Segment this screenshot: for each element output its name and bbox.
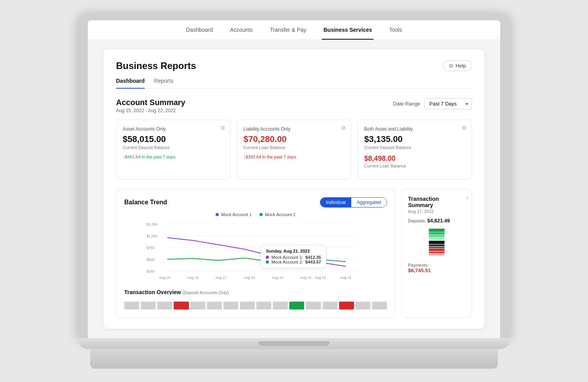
svg-rect-20 [429, 235, 445, 237]
nav-item-dashboard[interactable]: Dashboard [184, 20, 214, 40]
laptop-base [78, 338, 510, 349]
gear-icon-both[interactable]: ⚙ [462, 125, 467, 131]
both-card-title: Both Asset and Liability [364, 126, 465, 132]
bar-9 [256, 302, 271, 309]
summary-date: Aug 15, 2022 - Aug 22, 2022 [116, 108, 185, 113]
main-card: Business Reports ⊙ Help Dashboard Report… [103, 49, 485, 329]
svg-text:Aug 21: Aug 21 [315, 276, 326, 280]
bar-10 [273, 302, 288, 309]
ts-chevron-icon[interactable]: › [466, 194, 468, 201]
asset-amount: $58,015.00 [123, 134, 224, 144]
svg-text:Aug 15: Aug 15 [159, 276, 171, 280]
gear-icon-liability[interactable]: ⚙ [341, 125, 346, 131]
bar-1 [124, 302, 139, 309]
ts-payments-label: Payments: [408, 263, 465, 267]
card-header: Business Reports ⊙ Help [116, 60, 472, 71]
two-col-layout: Balance Trend Individual Aggregated Mock… [116, 189, 472, 318]
date-range-wrapper: Date Range Past 7 Days Past 30 Days Past… [393, 98, 472, 109]
help-icon: ⊙ [449, 63, 453, 69]
svg-text:$750: $750 [147, 246, 154, 250]
summary-card-asset: ⚙ Asset Accounts Only $58,015.00 Current… [116, 120, 230, 180]
svg-rect-25 [429, 247, 445, 248]
transaction-bar-row [124, 298, 387, 309]
summary-header: Account Summary Aug 15, 2022 - Aug 22, 2… [116, 98, 472, 113]
toggle-aggregated[interactable]: Aggregated [351, 198, 387, 207]
svg-rect-23 [429, 241, 445, 244]
balance-trend-card: Balance Trend Individual Aggregated Mock… [116, 189, 395, 318]
laptop-keyboard [90, 349, 498, 369]
svg-rect-26 [429, 249, 445, 251]
legend-dot-mock1 [216, 213, 219, 216]
nav-item-tools[interactable]: Tools [388, 20, 404, 40]
svg-text:Aug 19: Aug 19 [272, 276, 283, 280]
bar-13 [323, 302, 338, 309]
bar-2 [141, 302, 156, 309]
both-loan-label: Current Loan Balance [364, 164, 465, 168]
bar-5 [191, 302, 205, 309]
nav-items: Dashboard Accounts Transfer & Pay Busine… [184, 20, 403, 40]
summary-cards: ⚙ Asset Accounts Only $58,015.00 Current… [116, 120, 472, 180]
gear-icon-asset[interactable]: ⚙ [220, 125, 225, 131]
legend-mock1: Mock Account 1 [216, 212, 252, 217]
svg-rect-28 [429, 254, 445, 255]
svg-rect-27 [429, 251, 445, 253]
laptop-shell: Dashboard Accounts Transfer & Pay Busine… [78, 13, 510, 369]
svg-rect-24 [429, 244, 445, 246]
bar-11 [289, 302, 304, 309]
svg-text:Aug 16: Aug 16 [187, 276, 199, 280]
legend-label-mock1: Mock Account 1 [221, 212, 252, 217]
page-title: Business Reports [116, 60, 196, 71]
svg-text:Aug 18: Aug 18 [244, 276, 255, 280]
bar-3 [157, 302, 172, 309]
ts-title: Transaction Summary [408, 196, 465, 208]
summary-title: Account Summary [116, 98, 185, 107]
both-loan-amount: $8,498.00 [364, 155, 465, 163]
dot-mock2-aug21 [319, 258, 322, 261]
screen-bezel: Dashboard Accounts Transfer & Pay Busine… [78, 13, 510, 338]
date-range-label: Date Range [393, 101, 420, 107]
transaction-overview: Transaction Overview (Deposit Accounts O… [124, 289, 387, 309]
asset-card-title: Asset Accounts Only [123, 126, 224, 132]
svg-text:$1,250: $1,250 [147, 222, 158, 226]
bar-14 [339, 302, 354, 309]
ts-payments-value: $6,745.51 [408, 267, 465, 273]
nav-item-transfer-pay[interactable]: Transfer & Pay [268, 20, 308, 40]
ts-date: Aug 17, 2022 [408, 209, 465, 214]
help-button[interactable]: ⊙ Help [443, 60, 472, 71]
svg-text:$250: $250 [147, 269, 154, 273]
svg-text:$500: $500 [147, 258, 154, 262]
bar-4 [174, 302, 189, 309]
tab-reports[interactable]: Reports [154, 78, 173, 89]
liability-card-title: Liability Accounts Only [243, 126, 345, 132]
nav-item-accounts[interactable]: Accounts [229, 20, 254, 40]
svg-text:Aug 17: Aug 17 [216, 276, 227, 280]
bar-8 [240, 302, 255, 309]
liability-amount: $70,280.00 [243, 134, 345, 144]
both-deposit-amount: $3,135.00 [364, 134, 465, 144]
date-range-select[interactable]: Past 7 Days Past 30 Days Past 90 Days [424, 98, 472, 109]
svg-text:Aug 22: Aug 22 [340, 276, 352, 280]
chart-container: $1,250 $1,000 $750 $500 $250 [124, 220, 387, 283]
legend-dot-mock2 [260, 213, 263, 216]
help-label: Help [456, 63, 466, 69]
toggle-individual[interactable]: Individual [320, 198, 351, 207]
balance-trend-header: Balance Trend Individual Aggregated [124, 197, 387, 207]
bar-7 [223, 302, 238, 309]
svg-rect-22 [429, 239, 445, 240]
svg-text:$1,000: $1,000 [147, 234, 158, 238]
legend-label-mock2: Mock Account 2 [265, 212, 296, 217]
bar-15 [356, 302, 370, 309]
summary-card-both: ⚙ Both Asset and Liability $3,135.00 Cur… [358, 120, 472, 180]
bar-12 [306, 302, 321, 309]
laptop-notch [259, 341, 329, 346]
ts-mini-chart [408, 227, 465, 258]
dot-mock1-aug21 [319, 261, 322, 264]
bar-6 [207, 302, 222, 309]
liability-trend: ↓$303.64 in the past 7 days [243, 155, 345, 159]
nav-item-business-services[interactable]: Business Services [322, 20, 374, 40]
svg-rect-19 [429, 232, 445, 235]
tab-dashboard[interactable]: Dashboard [116, 78, 145, 89]
summary-card-liability: ⚙ Liability Accounts Only $70,280.00 Cur… [237, 120, 351, 180]
balance-trend-title: Balance Trend [124, 199, 167, 206]
laptop-screen: Dashboard Accounts Transfer & Pay Busine… [88, 20, 500, 338]
